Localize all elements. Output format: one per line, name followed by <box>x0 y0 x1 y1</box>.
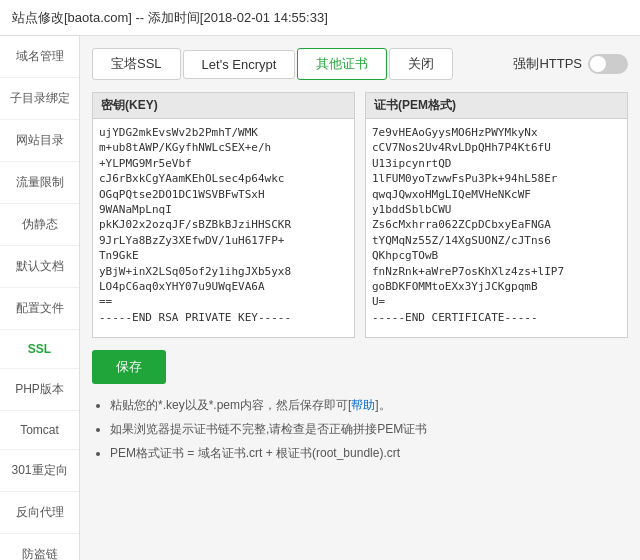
tip-2: 如果浏览器提示证书链不完整,请检查是否正确拼接PEM证书 <box>110 420 628 438</box>
key-input[interactable] <box>92 118 355 338</box>
key-label: 密钥(KEY) <box>92 92 355 118</box>
tip-1: 粘贴您的*.key以及*.pem内容，然后保存即可[帮助]。 <box>110 396 628 414</box>
help-link[interactable]: 帮助 <box>351 398 375 412</box>
cert-input[interactable] <box>365 118 628 338</box>
sidebar-item-domain[interactable]: 域名管理 <box>0 36 79 78</box>
sidebar-item-proxy[interactable]: 反向代理 <box>0 492 79 534</box>
force-https-label: 强制HTTPS <box>513 55 582 73</box>
tab-lets-encrypt[interactable]: Let's Encrypt <box>183 50 296 79</box>
tip-3: PEM格式证书 = 域名证书.crt + 根证书(root_bundle).cr… <box>110 444 628 462</box>
sidebar-item-static[interactable]: 伪静态 <box>0 204 79 246</box>
tab-baota-ssl[interactable]: 宝塔SSL <box>92 48 181 80</box>
sidebar-item-hotlink[interactable]: 防盗链 <box>0 534 79 560</box>
force-https-toggle[interactable] <box>588 54 628 74</box>
sidebar-item-tomcat[interactable]: Tomcat <box>0 411 79 450</box>
sidebar-item-php[interactable]: PHP版本 <box>0 369 79 411</box>
sidebar-item-sitelist[interactable]: 网站目录 <box>0 120 79 162</box>
cert-group: 证书(PEM格式) <box>365 92 628 338</box>
tab-other-cert[interactable]: 其他证书 <box>297 48 387 80</box>
sidebar-item-default[interactable]: 默认文档 <box>0 246 79 288</box>
sidebar: 域名管理 子目录绑定 网站目录 流量限制 伪静态 默认文档 配置文件 SSL P… <box>0 36 80 560</box>
key-group: 密钥(KEY) <box>92 92 355 338</box>
sidebar-item-subdir[interactable]: 子目录绑定 <box>0 78 79 120</box>
save-button[interactable]: 保存 <box>92 350 166 384</box>
force-https-control: 强制HTTPS <box>513 54 628 74</box>
tips-list: 粘贴您的*.key以及*.pem内容，然后保存即可[帮助]。 如果浏览器提示证书… <box>92 396 628 462</box>
title-bar: 站点修改[baota.com] -- 添加时间[2018-02-01 14:55… <box>0 0 640 36</box>
tabs-row: 宝塔SSL Let's Encrypt 其他证书 关闭 强制HTTPS <box>92 48 628 80</box>
sidebar-item-redirect[interactable]: 301重定向 <box>0 450 79 492</box>
cert-input-row: 密钥(KEY) 证书(PEM格式) <box>92 92 628 338</box>
title-text: 站点修改[baota.com] -- 添加时间[2018-02-01 14:55… <box>12 9 328 27</box>
sidebar-item-config[interactable]: 配置文件 <box>0 288 79 330</box>
main-content: 宝塔SSL Let's Encrypt 其他证书 关闭 强制HTTPS 密钥(K… <box>80 36 640 560</box>
cert-label: 证书(PEM格式) <box>365 92 628 118</box>
sidebar-item-traffic[interactable]: 流量限制 <box>0 162 79 204</box>
sidebar-item-ssl[interactable]: SSL <box>0 330 79 369</box>
tab-close[interactable]: 关闭 <box>389 48 453 80</box>
